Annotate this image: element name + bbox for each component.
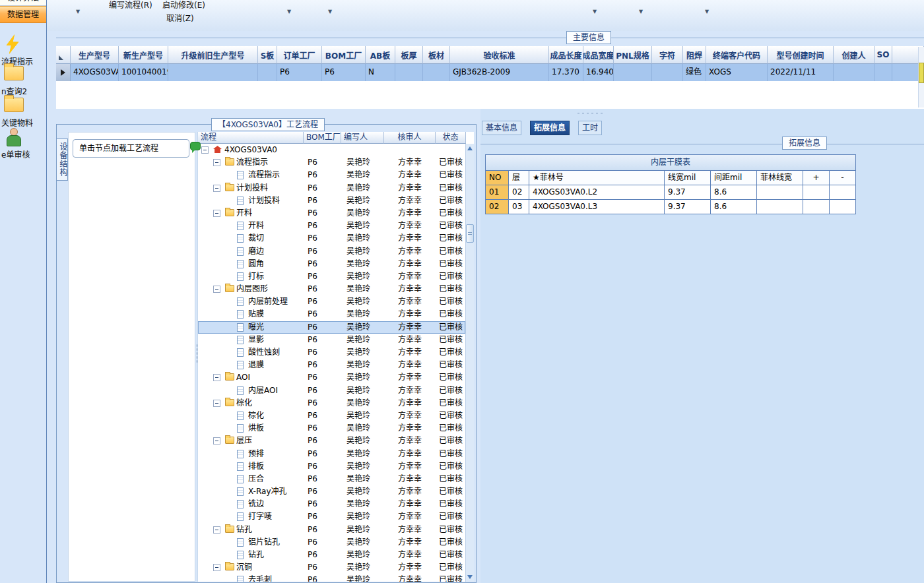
tab-basic-info[interactable]: 基本信息 [482, 121, 521, 135]
column-header-18[interactable]: SO [874, 46, 892, 64]
tab-extended-info[interactable]: 拓展信息 [530, 121, 570, 135]
column-header-15[interactable]: 终端客户代码 [706, 46, 768, 64]
cancel-button[interactable]: 取消(Z) [166, 12, 194, 23]
sidebar-item-data-management[interactable]: 数据管理 [0, 6, 46, 23]
sidebar-item-design-algorithm[interactable]: 设计算法 [0, 0, 46, 6]
tree-column-3[interactable]: 核审人 [384, 132, 436, 144]
expand-collapse-icon[interactable] [213, 286, 220, 293]
dropdown-arrow-icon[interactable] [638, 8, 647, 16]
expand-collapse-icon[interactable] [213, 526, 220, 534]
tree-row-28[interactable]: 铣边P6吴艳玲方幸幸已审核 [198, 498, 465, 510]
tree-column-0[interactable]: 流程 [198, 132, 304, 144]
expand-collapse-icon[interactable] [213, 437, 220, 445]
column-header-5[interactable]: BOM工厂 [322, 46, 366, 64]
main-grid-row[interactable]: 4XOGS03VA010010400199770P6P6NGJB362B-200… [56, 64, 924, 81]
scroll-up-icon[interactable] [467, 146, 473, 150]
expand-collapse-icon[interactable] [213, 159, 220, 166]
column-header-17[interactable]: 创建人 [834, 46, 874, 64]
column-header-2[interactable]: 升级前旧生产型号 [168, 46, 258, 64]
tree-row-13[interactable]: 贴膜P6吴艳玲方幸幸已审核 [198, 308, 465, 321]
tree-row-34[interactable]: 去毛刺P6吴艳玲方幸幸已审核 [198, 574, 465, 582]
tree-row-18[interactable]: AOIP6吴艳玲方幸幸已审核 [198, 371, 465, 384]
film-column-0[interactable]: NO [486, 171, 509, 185]
expand-collapse-icon[interactable] [213, 185, 220, 192]
film-column-2[interactable]: ★菲林号 [529, 171, 665, 185]
tree-row-25[interactable]: 排板P6吴艳玲方幸幸已审核 [198, 460, 465, 473]
column-header-1[interactable]: 新生产型号 [119, 46, 168, 64]
select-all-cell[interactable] [56, 46, 71, 64]
film-column-6[interactable]: + [803, 171, 830, 185]
column-header-4[interactable]: 订单工厂 [277, 46, 322, 64]
tab-work-hours[interactable]: 工时 [578, 121, 602, 135]
column-header-14[interactable]: 阻焊 [683, 46, 706, 64]
tree-row-24[interactable]: 预排P6吴艳玲方幸幸已审核 [198, 448, 465, 460]
scrollbar-thumb[interactable] [466, 224, 474, 243]
film-column-1[interactable]: 层 [509, 171, 529, 185]
tree-row-27[interactable]: X-Ray冲孔P6吴艳玲方幸幸已审核 [198, 485, 465, 498]
dropdown-arrow-icon[interactable] [327, 8, 336, 16]
column-header-3[interactable]: S板 [258, 46, 277, 64]
column-header-12[interactable]: PNL规格 [614, 46, 652, 64]
sidebar-item-key-materials[interactable]: 关键物料 [0, 98, 46, 128]
dropdown-arrow-icon[interactable] [286, 8, 295, 16]
film-row-0[interactable]: 01024XOGS03VA0.L29.378.6 [486, 185, 856, 200]
tree-row-30[interactable]: 钻孔P6吴艳玲方幸幸已审核 [198, 524, 465, 536]
main-grid-scrollbar[interactable] [918, 47, 924, 107]
film-row-1[interactable]: 02034XOGS03VA0.L39.378.6 [486, 200, 856, 214]
splitter-grip[interactable] [576, 111, 603, 115]
tree-row-14[interactable]: 曝光P6吴艳玲方幸幸已审核 [198, 321, 465, 334]
expand-collapse-icon[interactable] [213, 210, 220, 217]
tree-row-2[interactable]: 流程指示P6吴艳玲方幸幸已审核 [198, 169, 465, 181]
column-header-7[interactable]: 板厚 [395, 46, 423, 64]
write-process-button[interactable]: 编写流程(R) [109, 0, 152, 10]
tree-row-21[interactable]: 棕化P6吴艳玲方幸幸已审核 [198, 410, 465, 422]
tree-row-17[interactable]: 退膜P6吴艳玲方幸幸已审核 [198, 359, 465, 371]
tree-row-7[interactable]: 裁切P6吴艳玲方幸幸已审核 [198, 232, 465, 245]
tree-row-11[interactable]: 内层图形P6吴艳玲方幸幸已审核 [198, 283, 465, 295]
tree-row-12[interactable]: 内层前处理P6吴艳玲方幸幸已审核 [198, 295, 465, 308]
film-column-4[interactable]: 间距mil [711, 171, 757, 185]
film-column-5[interactable]: 菲林线宽 [757, 171, 803, 185]
column-header-6[interactable]: AB板 [366, 46, 395, 64]
sidebar-item-order-review[interactable]: e单审核 [0, 128, 46, 160]
dropdown-arrow-icon[interactable] [591, 8, 601, 16]
column-header-10[interactable]: 成品长度 [549, 46, 583, 64]
tree-row-32[interactable]: 钻孔P6吴艳玲方幸幸已审核 [198, 549, 465, 561]
tree-row-20[interactable]: 棕化P6吴艳玲方幸幸已审核 [198, 397, 465, 410]
tree-row-8[interactable]: 磨边P6吴艳玲方幸幸已审核 [198, 245, 465, 258]
scrollbar-thumb[interactable] [919, 63, 924, 83]
tree-row-1[interactable]: 流程指示P6吴艳玲方幸幸已审核 [198, 156, 465, 169]
tree-scrollbar[interactable] [465, 144, 474, 582]
tree-row-0[interactable]: 4XOGS03VA0 [198, 144, 465, 156]
tree-row-29[interactable]: 打字唛P6吴艳玲方幸幸已审核 [198, 510, 465, 523]
tree-row-6[interactable]: 开料P6吴艳玲方幸幸已审核 [198, 220, 465, 232]
tree-row-3[interactable]: 计划投料P6吴艳玲方幸幸已审核 [198, 182, 465, 195]
expand-collapse-icon[interactable] [201, 146, 209, 154]
start-modify-button[interactable]: 启动修改(E) [162, 0, 205, 10]
tree-row-26[interactable]: 压合P6吴艳玲方幸幸已审核 [198, 473, 465, 485]
column-header-8[interactable]: 板材 [423, 46, 450, 64]
sidebar-item-query2[interactable]: n查询2 [0, 66, 46, 96]
tree-row-23[interactable]: 层压P6吴艳玲方幸幸已审核 [198, 435, 465, 447]
tree-row-16[interactable]: 酸性蚀刻P6吴艳玲方幸幸已审核 [198, 346, 465, 359]
tree-row-15[interactable]: 显影P6吴艳玲方幸幸已审核 [198, 334, 465, 346]
tree-row-9[interactable]: 圆角P6吴艳玲方幸幸已审核 [198, 258, 465, 270]
column-header-0[interactable]: 生产型号 [71, 46, 119, 64]
comment-bubble-icon[interactable] [190, 142, 201, 150]
device-structure-tab[interactable]: 设备结构 [57, 138, 68, 181]
dropdown-arrow-icon[interactable] [75, 8, 84, 16]
expand-collapse-icon[interactable] [213, 374, 220, 381]
tree-row-33[interactable]: 沉铜P6吴艳玲方幸幸已审核 [198, 561, 465, 574]
scroll-down-icon[interactable] [467, 575, 473, 579]
expand-collapse-icon[interactable] [213, 564, 220, 571]
tree-row-31[interactable]: 铝片钻孔P6吴艳玲方幸幸已审核 [198, 536, 465, 549]
film-column-7[interactable]: - [830, 171, 856, 185]
tree-row-19[interactable]: 内层AOIP6吴艳玲方幸幸已审核 [198, 384, 465, 397]
tree-row-5[interactable]: 开料P6吴艳玲方幸幸已审核 [198, 207, 465, 220]
column-header-13[interactable]: 字符 [652, 46, 683, 64]
tree-column-4[interactable]: 状态 [436, 132, 466, 144]
dropdown-arrow-icon[interactable] [704, 8, 713, 16]
column-header-9[interactable]: 验收标准 [450, 46, 549, 64]
column-header-16[interactable]: 型号创建时间 [768, 46, 834, 64]
tree-column-2[interactable]: 编写人 [341, 132, 384, 144]
